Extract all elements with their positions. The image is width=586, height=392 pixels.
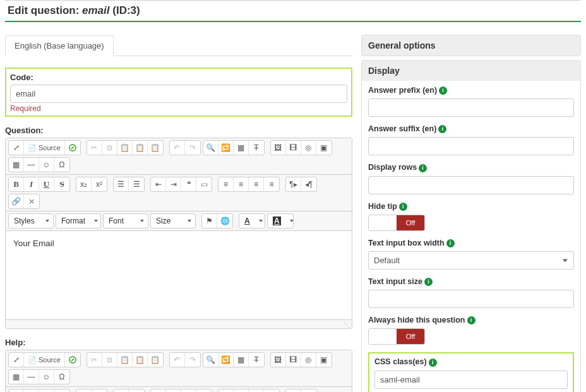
div-icon[interactable]: ▭	[196, 389, 212, 392]
indent-icon[interactable]: ⇥	[166, 177, 181, 191]
undo-icon[interactable]: ↶	[170, 353, 185, 367]
align-center-icon[interactable]: ≡	[234, 389, 249, 392]
image-icon[interactable]: 🖼	[271, 141, 286, 155]
answer-prefix-input[interactable]	[368, 98, 574, 117]
align-justify-icon[interactable]: ≡	[264, 177, 279, 191]
numlist-icon[interactable]: ☰	[114, 389, 129, 392]
embed-icon[interactable]: ◎	[301, 141, 316, 155]
display-rows-input[interactable]	[368, 176, 574, 194]
flag-icon[interactable]: ⚑	[202, 214, 217, 228]
bold-icon[interactable]: B	[9, 177, 24, 191]
subscript-icon[interactable]: x₂	[76, 177, 92, 191]
numlist-icon[interactable]: ☰	[114, 177, 129, 191]
paste-word-icon[interactable]: 📋	[148, 141, 163, 155]
info-icon[interactable]: i	[439, 86, 447, 95]
info-icon[interactable]: i	[424, 278, 433, 286]
find-icon[interactable]: 🔍	[203, 141, 218, 155]
redo-icon[interactable]: ↷	[185, 141, 200, 155]
indent-icon[interactable]: ⇥	[166, 389, 181, 392]
smiley-icon[interactable]: ☺	[39, 370, 54, 384]
strike-icon[interactable]: S	[54, 177, 69, 191]
replace-icon[interactable]: 🔁	[218, 141, 234, 155]
align-right-icon[interactable]: ≡	[249, 389, 264, 392]
outdent-icon[interactable]: ⇤	[151, 177, 166, 191]
editor-resize-handle[interactable]	[6, 319, 352, 328]
selectall-icon[interactable]: ▦	[234, 353, 249, 367]
paste-icon[interactable]: 📋	[117, 141, 133, 155]
image-icon[interactable]: 🖼	[271, 353, 286, 367]
redo-icon[interactable]: ↷	[185, 353, 200, 367]
toggle-off[interactable]: Off	[397, 329, 424, 344]
rtl-icon[interactable]: ◂¶	[301, 177, 316, 191]
div-icon[interactable]: ▭	[196, 177, 212, 191]
cut-icon[interactable]: ✂	[87, 141, 102, 155]
strike-icon[interactable]: S	[54, 389, 69, 392]
align-center-icon[interactable]: ≡	[234, 177, 249, 191]
text-input-width-select[interactable]: Default	[368, 251, 574, 270]
unlink-icon[interactable]: ⤫	[24, 194, 39, 208]
source-button[interactable]: 📄Source	[24, 353, 65, 367]
superscript-icon[interactable]: x²	[92, 389, 107, 392]
format-dropdown[interactable]: Format	[56, 213, 101, 229]
always-hide-toggle[interactable]: Off	[368, 328, 425, 345]
italic-icon[interactable]: I	[24, 389, 39, 392]
blockquote-icon[interactable]: ❝	[181, 177, 196, 191]
paste-icon[interactable]: 📋	[117, 353, 133, 367]
outdent-icon[interactable]: ⇤	[151, 389, 166, 392]
smiley-icon[interactable]: ☺	[39, 158, 54, 172]
align-left-icon[interactable]: ≡	[218, 177, 234, 191]
font-dropdown[interactable]: Font	[103, 213, 148, 229]
blockquote-icon[interactable]: ❝	[181, 389, 196, 392]
toggle-off[interactable]: Off	[397, 215, 424, 230]
align-justify-icon[interactable]: ≡	[264, 389, 279, 392]
italic-icon[interactable]: I	[24, 177, 39, 191]
rtl-icon[interactable]: ◂¶	[301, 389, 316, 392]
iframe-icon[interactable]: ▣	[316, 141, 332, 155]
copy-icon[interactable]: ⧉	[102, 353, 117, 367]
bold-icon[interactable]: B	[9, 389, 24, 392]
video-icon[interactable]: 🎞	[286, 141, 301, 155]
table-icon[interactable]: ▦	[9, 370, 24, 384]
replace-icon[interactable]: 🔁	[218, 353, 234, 367]
removeformat-icon[interactable]: T	[249, 141, 264, 155]
ltr-icon[interactable]: ¶▸	[286, 177, 301, 191]
globe-icon[interactable]: 🌐	[217, 214, 232, 228]
paste-text-icon[interactable]: 📋	[133, 353, 148, 367]
undo-icon[interactable]: ↶	[170, 141, 185, 155]
align-right-icon[interactable]: ≡	[249, 177, 264, 191]
info-icon[interactable]: i	[446, 239, 455, 247]
find-icon[interactable]: 🔍	[203, 353, 218, 367]
paste-word-icon[interactable]: 📋	[148, 353, 163, 367]
panel-head-general[interactable]: General options	[362, 35, 580, 56]
info-icon[interactable]: i	[429, 359, 437, 367]
info-icon[interactable]: i	[438, 125, 446, 133]
code-input[interactable]	[10, 85, 347, 103]
subscript-icon[interactable]: x₂	[76, 389, 92, 392]
selectall-icon[interactable]: ▦	[234, 141, 249, 155]
tab-english[interactable]: English (Base language)	[5, 35, 114, 56]
css-class-input[interactable]	[374, 371, 568, 389]
link-icon[interactable]: 🔗	[9, 194, 24, 208]
text-input-size-input[interactable]	[368, 290, 574, 308]
embed-icon[interactable]: ◎	[301, 353, 316, 367]
table-icon[interactable]: ▦	[9, 158, 24, 172]
question-body[interactable]: Your Email	[6, 231, 352, 319]
textcolor-dropdown[interactable]: A	[239, 213, 265, 229]
info-icon[interactable]: i	[467, 316, 475, 324]
styles-dropdown[interactable]: Styles	[8, 213, 54, 229]
hr-icon[interactable]: —	[24, 370, 39, 384]
video-icon[interactable]: 🎞	[286, 353, 301, 367]
specialchar-icon[interactable]: Ω	[54, 370, 69, 384]
hr-icon[interactable]: —	[24, 158, 39, 172]
cut-icon[interactable]: ✂	[87, 353, 102, 367]
copy-icon[interactable]: ⧉	[102, 141, 117, 155]
specialchar-icon[interactable]: Ω	[54, 158, 69, 172]
info-icon[interactable]: i	[399, 203, 407, 211]
align-left-icon[interactable]: ≡	[218, 389, 234, 392]
hide-tip-toggle[interactable]: Off	[368, 215, 425, 231]
removeformat-icon[interactable]: T	[249, 353, 264, 367]
underline-icon[interactable]: U	[39, 177, 54, 191]
lime-icon[interactable]	[65, 353, 80, 367]
source-button[interactable]: 📄Source	[24, 141, 65, 155]
underline-icon[interactable]: U	[39, 389, 54, 392]
